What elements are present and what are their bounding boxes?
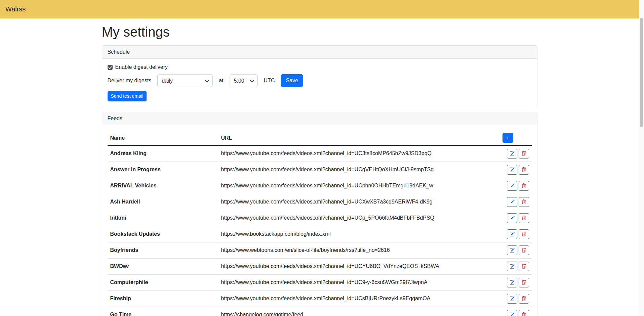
edit-feed-button[interactable] [507,165,517,175]
feed-url: https://www.bookstackapp.com/blog/index.… [218,226,500,242]
schedule-card-body: Enable digest delivery Deliver my digest… [102,59,537,107]
feed-name: Go Time [108,307,218,316]
feed-row: bitlunihttps://www.youtube.com/feeds/vid… [108,210,532,226]
enable-digest-checkbox[interactable] [108,65,113,70]
add-feed-button[interactable]: + [502,133,513,143]
navbar-brand[interactable]: Walrss [5,5,26,13]
feed-name: Andreas Kling [108,145,218,162]
scrollbar-thumb[interactable] [640,18,643,127]
feed-row: Ash Hardellhttps://www.youtube.com/feeds… [108,194,532,210]
feed-row: Bookstack Updateshttps://www.bookstackap… [108,226,532,242]
delivery-controls-row: Deliver my digests daily at 5:00 UTC Sav… [108,74,532,87]
feeds-card: Feeds Name URL + Andreas Klinghttps://ww… [102,112,537,316]
delete-feed-button[interactable] [519,245,529,255]
feed-actions [500,162,532,178]
feed-url: https://www.youtube.com/feeds/videos.xml… [218,258,500,274]
trash-icon [521,312,526,316]
feed-row: Fireshiphttps://www.youtube.com/feeds/vi… [108,290,532,307]
feed-actions [500,210,532,226]
feed-name: Fireship [108,290,218,307]
frequency-select-wrap: daily [157,74,213,87]
feed-url: https://www.youtube.com/feeds/videos.xml… [218,194,500,210]
feed-name: Bookstack Updates [108,226,218,242]
delete-feed-button[interactable] [519,262,529,271]
feed-actions [500,274,532,290]
feed-row: BWDevhttps://www.youtube.com/feeds/video… [108,258,532,274]
edit-feed-button[interactable] [507,278,517,287]
edit-icon [510,167,515,172]
delete-feed-button[interactable] [519,310,529,316]
enable-digest-row: Enable digest delivery [108,64,532,70]
feed-actions [500,258,532,274]
edit-feed-button[interactable] [507,229,517,239]
delete-feed-button[interactable] [519,197,529,207]
trash-icon [521,216,526,221]
edit-feed-button[interactable] [507,213,517,223]
feed-name: BWDev [108,258,218,274]
edit-feed-button[interactable] [507,262,517,271]
edit-icon [510,280,515,285]
feeds-table-head: Name URL + [108,131,532,145]
feed-url: https://www.youtube.com/feeds/videos.xml… [218,145,500,162]
trash-icon [521,167,526,172]
edit-icon [510,183,515,188]
feed-actions [500,194,532,210]
feeds-table-body: Andreas Klinghttps://www.youtube.com/fee… [108,145,532,316]
edit-feed-button[interactable] [507,294,517,304]
delete-feed-button[interactable] [519,213,529,223]
feed-url: https://www.webtoons.com/en/slice-of-lif… [218,242,500,258]
trash-icon [521,296,526,301]
feed-actions [500,242,532,258]
schedule-card-header: Schedule [102,46,537,59]
feed-url: https://changelog.com/gotime/feed [218,307,500,316]
scrollbar[interactable] [639,0,644,316]
feed-row: Answer In Progresshttps://www.youtube.co… [108,162,532,178]
delete-feed-button[interactable] [519,294,529,304]
at-label: at [219,78,223,84]
trash-icon [521,280,526,285]
navbar: Walrss [0,0,639,18]
feed-url: https://www.youtube.com/feeds/videos.xml… [218,178,500,194]
delete-feed-button[interactable] [519,181,529,191]
feed-row: Boyfriendshttps://www.webtoons.com/en/sl… [108,242,532,258]
feed-url: https://www.youtube.com/feeds/videos.xml… [218,290,500,307]
feed-actions [500,290,532,307]
save-button[interactable]: Save [281,74,303,87]
feed-row: Go Timehttps://changelog.com/gotime/feed [108,307,532,316]
edit-feed-button[interactable] [507,197,517,207]
feed-name: Ash Hardell [108,194,218,210]
main-content: My settings Schedule Enable digest deliv… [102,24,537,316]
delete-feed-button[interactable] [519,149,529,159]
edit-icon [510,264,515,269]
edit-icon [510,248,515,253]
delete-feed-button[interactable] [519,229,529,239]
edit-feed-button[interactable] [507,181,517,191]
feed-row: Computerphilehttps://www.youtube.com/fee… [108,274,532,290]
edit-icon [510,216,515,221]
feed-url: https://www.youtube.com/feeds/videos.xml… [218,210,500,226]
trash-icon [521,183,526,188]
feed-name: Answer In Progress [108,162,218,178]
send-test-email-button[interactable]: Send test email [108,91,147,101]
edit-feed-button[interactable] [507,245,517,255]
edit-feed-button[interactable] [507,149,517,159]
trash-icon [521,151,526,156]
feed-name: bitluni [108,210,218,226]
time-select-wrap: 5:00 [230,74,258,87]
feeds-table: Name URL + Andreas Klinghttps://www.yout… [108,131,532,316]
feed-name: ARRIVAL Vehicles [108,178,218,194]
edit-icon [510,199,515,205]
delete-feed-button[interactable] [519,165,529,175]
feed-name: Computerphile [108,274,218,290]
feed-actions [500,226,532,242]
delete-feed-button[interactable] [519,278,529,287]
enable-digest-label[interactable]: Enable digest delivery [115,64,168,70]
column-header-actions: + [500,131,532,145]
timezone-label: UTC [264,78,275,84]
page-title: My settings [102,24,537,40]
edit-feed-button[interactable] [507,310,517,316]
test-email-row: Send test email [108,91,532,101]
feed-actions [500,145,532,162]
time-select[interactable]: 5:00 [230,74,258,87]
frequency-select[interactable]: daily [157,74,213,87]
